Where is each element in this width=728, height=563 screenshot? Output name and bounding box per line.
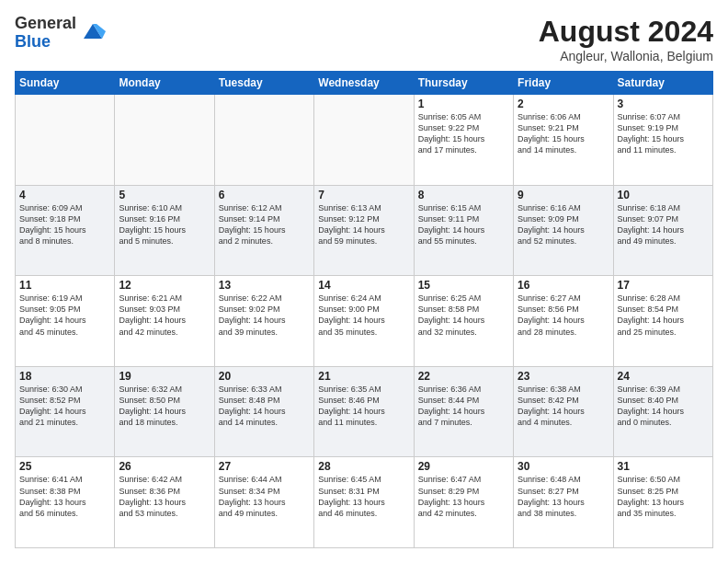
calendar-body: 1Sunrise: 6:05 AM Sunset: 9:22 PM Daylig… bbox=[16, 95, 713, 548]
calendar-table: Sunday Monday Tuesday Wednesday Thursday… bbox=[15, 71, 713, 548]
day-info-18: Sunrise: 6:30 AM Sunset: 8:52 PM Dayligh… bbox=[19, 384, 110, 429]
day-number-30: 30 bbox=[518, 460, 609, 473]
day-number-16: 16 bbox=[518, 279, 609, 292]
day-number-17: 17 bbox=[618, 279, 709, 292]
day-number-4: 4 bbox=[19, 189, 110, 201]
day-info-3: Sunrise: 6:07 AM Sunset: 9:19 PM Dayligh… bbox=[618, 111, 709, 156]
day-cell-w4-d6: 23Sunrise: 6:38 AM Sunset: 8:42 PM Dayli… bbox=[514, 366, 613, 457]
day-number-18: 18 bbox=[19, 370, 110, 383]
logo-blue-text: Blue bbox=[15, 32, 51, 51]
day-info-4: Sunrise: 6:09 AM Sunset: 9:18 PM Dayligh… bbox=[19, 202, 110, 247]
col-thursday: Thursday bbox=[414, 72, 513, 95]
day-cell-w5-d1: 25Sunrise: 6:41 AM Sunset: 8:38 PM Dayli… bbox=[16, 457, 115, 548]
day-cell-w2-d4: 7Sunrise: 6:13 AM Sunset: 9:12 PM Daylig… bbox=[314, 185, 414, 276]
day-number-22: 22 bbox=[418, 370, 509, 383]
day-number-1: 1 bbox=[418, 98, 509, 110]
day-cell-w1-d6: 2Sunrise: 6:06 AM Sunset: 9:21 PM Daylig… bbox=[514, 95, 613, 186]
day-number-28: 28 bbox=[318, 460, 409, 473]
day-cell-w3-d1: 11Sunrise: 6:19 AM Sunset: 9:05 PM Dayli… bbox=[16, 276, 115, 367]
day-number-2: 2 bbox=[518, 98, 609, 110]
day-number-21: 21 bbox=[318, 370, 409, 383]
calendar-header-row: Sunday Monday Tuesday Wednesday Thursday… bbox=[16, 72, 713, 95]
day-info-30: Sunrise: 6:48 AM Sunset: 8:27 PM Dayligh… bbox=[518, 474, 609, 519]
day-cell-w2-d1: 4Sunrise: 6:09 AM Sunset: 9:18 PM Daylig… bbox=[16, 185, 115, 276]
day-number-19: 19 bbox=[119, 370, 210, 383]
day-info-19: Sunrise: 6:32 AM Sunset: 8:50 PM Dayligh… bbox=[119, 384, 210, 429]
col-sunday: Sunday bbox=[16, 72, 115, 95]
logo: General Blue bbox=[15, 15, 106, 52]
day-info-23: Sunrise: 6:38 AM Sunset: 8:42 PM Dayligh… bbox=[518, 384, 609, 429]
day-cell-w4-d5: 22Sunrise: 6:36 AM Sunset: 8:44 PM Dayli… bbox=[414, 366, 513, 457]
main-title: August 2024 bbox=[539, 15, 713, 49]
day-number-10: 10 bbox=[618, 189, 709, 201]
day-number-25: 25 bbox=[19, 460, 110, 473]
day-cell-w1-d5: 1Sunrise: 6:05 AM Sunset: 9:22 PM Daylig… bbox=[414, 95, 513, 186]
day-info-13: Sunrise: 6:22 AM Sunset: 9:02 PM Dayligh… bbox=[219, 293, 310, 338]
day-info-16: Sunrise: 6:27 AM Sunset: 8:56 PM Dayligh… bbox=[518, 293, 609, 338]
day-info-26: Sunrise: 6:42 AM Sunset: 8:36 PM Dayligh… bbox=[119, 474, 210, 519]
day-info-31: Sunrise: 6:50 AM Sunset: 8:25 PM Dayligh… bbox=[618, 474, 709, 519]
day-cell-w5-d4: 28Sunrise: 6:45 AM Sunset: 8:31 PM Dayli… bbox=[314, 457, 414, 548]
week-row-5: 25Sunrise: 6:41 AM Sunset: 8:38 PM Dayli… bbox=[16, 457, 713, 548]
day-number-11: 11 bbox=[19, 279, 110, 292]
day-info-28: Sunrise: 6:45 AM Sunset: 8:31 PM Dayligh… bbox=[318, 474, 409, 519]
day-cell-w3-d7: 17Sunrise: 6:28 AM Sunset: 8:54 PM Dayli… bbox=[613, 276, 712, 367]
col-tuesday: Tuesday bbox=[214, 72, 313, 95]
logo-general-text: General bbox=[15, 14, 76, 32]
day-cell-w1-d7: 3Sunrise: 6:07 AM Sunset: 9:19 PM Daylig… bbox=[613, 95, 712, 186]
day-cell-w3-d4: 14Sunrise: 6:24 AM Sunset: 9:00 PM Dayli… bbox=[314, 276, 414, 367]
day-cell-w4-d2: 19Sunrise: 6:32 AM Sunset: 8:50 PM Dayli… bbox=[115, 366, 214, 457]
day-cell-w4-d3: 20Sunrise: 6:33 AM Sunset: 8:48 PM Dayli… bbox=[214, 366, 313, 457]
day-number-7: 7 bbox=[318, 189, 409, 201]
day-info-11: Sunrise: 6:19 AM Sunset: 9:05 PM Dayligh… bbox=[19, 293, 110, 338]
day-info-5: Sunrise: 6:10 AM Sunset: 9:16 PM Dayligh… bbox=[119, 202, 210, 247]
day-info-22: Sunrise: 6:36 AM Sunset: 8:44 PM Dayligh… bbox=[418, 384, 509, 429]
day-number-12: 12 bbox=[119, 279, 210, 292]
title-block: August 2024 Angleur, Wallonia, Belgium bbox=[539, 15, 713, 63]
day-info-14: Sunrise: 6:24 AM Sunset: 9:00 PM Dayligh… bbox=[318, 293, 409, 338]
day-cell-w5-d6: 30Sunrise: 6:48 AM Sunset: 8:27 PM Dayli… bbox=[514, 457, 613, 548]
page: General Blue August 2024 Angleur, Wallon… bbox=[0, 0, 728, 563]
day-cell-w2-d2: 5Sunrise: 6:10 AM Sunset: 9:16 PM Daylig… bbox=[115, 185, 214, 276]
day-info-25: Sunrise: 6:41 AM Sunset: 8:38 PM Dayligh… bbox=[19, 474, 110, 519]
day-info-6: Sunrise: 6:12 AM Sunset: 9:14 PM Dayligh… bbox=[219, 202, 310, 247]
subtitle: Angleur, Wallonia, Belgium bbox=[539, 49, 713, 63]
day-cell-w2-d6: 9Sunrise: 6:16 AM Sunset: 9:09 PM Daylig… bbox=[514, 185, 613, 276]
day-info-10: Sunrise: 6:18 AM Sunset: 9:07 PM Dayligh… bbox=[618, 202, 709, 247]
day-number-8: 8 bbox=[418, 189, 509, 201]
day-number-20: 20 bbox=[219, 370, 310, 383]
day-info-24: Sunrise: 6:39 AM Sunset: 8:40 PM Dayligh… bbox=[618, 384, 709, 429]
day-number-9: 9 bbox=[518, 189, 609, 201]
day-info-27: Sunrise: 6:44 AM Sunset: 8:34 PM Dayligh… bbox=[219, 474, 310, 519]
day-cell-w4-d7: 24Sunrise: 6:39 AM Sunset: 8:40 PM Dayli… bbox=[613, 366, 712, 457]
week-row-4: 18Sunrise: 6:30 AM Sunset: 8:52 PM Dayli… bbox=[16, 366, 713, 457]
day-number-31: 31 bbox=[618, 460, 709, 473]
week-row-1: 1Sunrise: 6:05 AM Sunset: 9:22 PM Daylig… bbox=[16, 95, 713, 186]
day-cell-w2-d7: 10Sunrise: 6:18 AM Sunset: 9:07 PM Dayli… bbox=[613, 185, 712, 276]
day-cell-w1-d4 bbox=[314, 95, 414, 186]
week-row-3: 11Sunrise: 6:19 AM Sunset: 9:05 PM Dayli… bbox=[16, 276, 713, 367]
day-info-17: Sunrise: 6:28 AM Sunset: 8:54 PM Dayligh… bbox=[618, 293, 709, 338]
day-number-15: 15 bbox=[418, 279, 509, 292]
day-number-6: 6 bbox=[219, 189, 310, 201]
day-number-27: 27 bbox=[219, 460, 310, 473]
day-number-3: 3 bbox=[618, 98, 709, 110]
day-cell-w1-d3 bbox=[214, 95, 313, 186]
day-info-1: Sunrise: 6:05 AM Sunset: 9:22 PM Dayligh… bbox=[418, 111, 509, 156]
day-cell-w2-d5: 8Sunrise: 6:15 AM Sunset: 9:11 PM Daylig… bbox=[414, 185, 513, 276]
day-number-23: 23 bbox=[518, 370, 609, 383]
week-row-2: 4Sunrise: 6:09 AM Sunset: 9:18 PM Daylig… bbox=[16, 185, 713, 276]
day-number-14: 14 bbox=[318, 279, 409, 292]
day-number-24: 24 bbox=[618, 370, 709, 383]
col-wednesday: Wednesday bbox=[314, 72, 414, 95]
day-cell-w5-d5: 29Sunrise: 6:47 AM Sunset: 8:29 PM Dayli… bbox=[414, 457, 513, 548]
day-cell-w1-d1 bbox=[16, 95, 115, 186]
day-info-15: Sunrise: 6:25 AM Sunset: 8:58 PM Dayligh… bbox=[418, 293, 509, 338]
day-info-9: Sunrise: 6:16 AM Sunset: 9:09 PM Dayligh… bbox=[518, 202, 609, 247]
day-info-29: Sunrise: 6:47 AM Sunset: 8:29 PM Dayligh… bbox=[418, 474, 509, 519]
day-cell-w5-d7: 31Sunrise: 6:50 AM Sunset: 8:25 PM Dayli… bbox=[613, 457, 712, 548]
day-number-13: 13 bbox=[219, 279, 310, 292]
logo-block: General Blue bbox=[15, 15, 106, 52]
col-friday: Friday bbox=[514, 72, 613, 95]
day-info-8: Sunrise: 6:15 AM Sunset: 9:11 PM Dayligh… bbox=[418, 202, 509, 247]
